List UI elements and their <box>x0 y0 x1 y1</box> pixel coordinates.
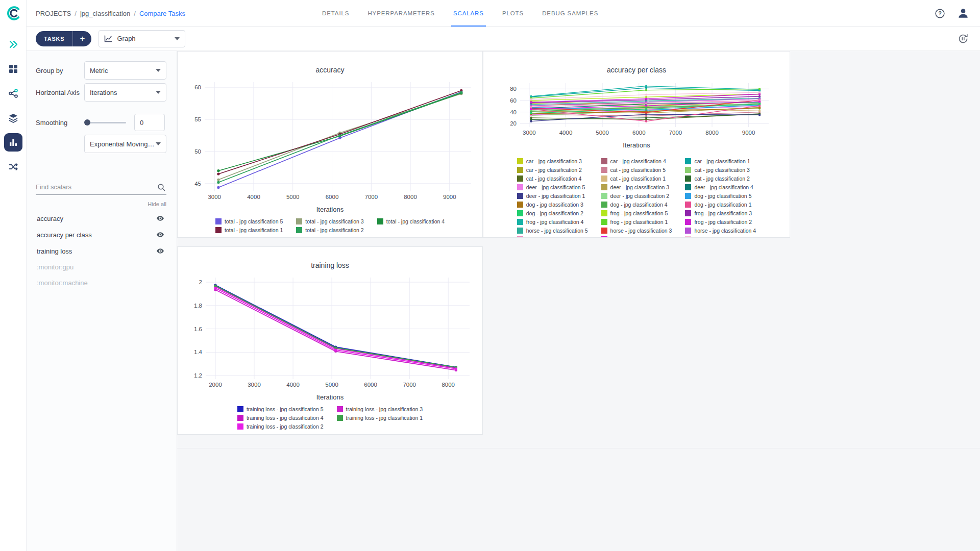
legend-item[interactable]: cat - jpg classification 4 <box>517 176 582 182</box>
sidebar-icon-experiments[interactable] <box>4 133 22 152</box>
legend-item[interactable]: car - jpg classification 2 <box>517 167 582 173</box>
tab-scalars[interactable]: SCALARS <box>451 0 486 27</box>
graph-icon <box>104 35 112 42</box>
legend-item[interactable]: cat - jpg classification 5 <box>601 167 666 173</box>
sidebar-icon-pipelines[interactable] <box>4 84 22 103</box>
legend-item[interactable]: training loss - jpg classification 2 <box>237 423 324 430</box>
chart-title: training loss <box>311 261 349 269</box>
legend-label: deer - jpg classification 5 <box>526 184 585 190</box>
x-axis-label: Iterations <box>623 141 650 149</box>
chart-card-accuracy: accuracy 3000400050006000700080009000455… <box>177 51 483 238</box>
legend-item[interactable]: horse - jpg classification 3 <box>601 228 672 234</box>
legend-item[interactable]: frog - jpg classification 2 <box>685 219 752 225</box>
tab-hyperparameters[interactable]: HYPERPARAMETERS <box>365 0 437 27</box>
legend-item[interactable]: plane - jpg classification 5 <box>685 236 755 238</box>
legend-item[interactable]: car - jpg classification 3 <box>517 158 582 164</box>
scalar-item-monitor-machine[interactable]: :monitor:machine <box>36 275 166 291</box>
legend-item[interactable]: horse - jpg classification 4 <box>685 228 756 234</box>
legend-item[interactable]: deer - jpg classification 1 <box>517 193 585 199</box>
legend-label: car - jpg classification 2 <box>526 167 582 173</box>
breadcrumb-item-1[interactable]: jpg_classification <box>80 10 130 17</box>
legend-item[interactable]: training loss - jpg classification 4 <box>237 415 324 421</box>
legend-item[interactable]: deer - jpg classification 5 <box>517 184 585 190</box>
legend-item[interactable]: total - jpg classification 1 <box>215 227 283 233</box>
breadcrumb-item-0[interactable]: PROJECTS <box>36 10 71 17</box>
scalar-item-training-loss[interactable]: training loss <box>36 243 166 259</box>
legend-item[interactable]: horse - jpg classification 2 <box>601 236 672 238</box>
legend-item[interactable]: dog - jpg classification 1 <box>685 202 751 208</box>
svg-text:7000: 7000 <box>669 130 682 136</box>
svg-text:5000: 5000 <box>325 382 338 388</box>
legend-label: deer - jpg classification 1 <box>526 193 585 199</box>
legend-item[interactable]: horse - jpg classification 5 <box>517 228 588 234</box>
clearml-logo[interactable] <box>5 5 22 24</box>
legend-item[interactable]: training loss - jpg classification 3 <box>337 406 423 412</box>
legend-item[interactable]: deer - jpg classification 2 <box>601 193 670 199</box>
legend-item[interactable]: cat - jpg classification 2 <box>685 176 750 182</box>
chart-card-accuracy-per-class: accuracy per class 300040005000600070008… <box>483 51 790 238</box>
add-task-button[interactable]: + <box>73 31 91 46</box>
legend-item[interactable]: training loss - jpg classification 1 <box>337 415 423 421</box>
legend-swatch <box>237 406 243 412</box>
legend-item[interactable]: car - jpg classification 1 <box>685 158 750 164</box>
accuracy-per-class-plot[interactable]: 300040005000600070008000900020406080 <box>498 80 776 139</box>
legend-item[interactable]: frog - jpg classification 1 <box>601 219 668 225</box>
legend-item[interactable]: cat - jpg classification 3 <box>685 167 750 173</box>
tab-details[interactable]: DETAILS <box>320 0 351 27</box>
tab-debug-samples[interactable]: DEBUG SAMPLES <box>540 0 600 27</box>
header-tabs: DETAILSHYPERPARAMETERSSCALARSPLOTSDEBUG … <box>320 0 600 27</box>
horizontal-axis-select[interactable]: Iterations <box>84 83 166 102</box>
tasks-button[interactable]: TASKS + <box>36 31 91 46</box>
user-avatar[interactable] <box>957 7 970 20</box>
legend-item[interactable]: dog - jpg classification 4 <box>601 202 668 208</box>
sidebar-icon-workers[interactable] <box>4 158 22 176</box>
svg-text:1.8: 1.8 <box>194 303 202 309</box>
legend-item[interactable]: dog - jpg classification 5 <box>685 193 751 199</box>
group-by-select[interactable]: Metric <box>84 61 166 80</box>
sidebar-icon-projects[interactable] <box>4 60 22 78</box>
hide-all-link[interactable]: Hide all <box>36 201 166 207</box>
legend-item[interactable]: frog - jpg classification 3 <box>685 210 752 216</box>
legend-swatch <box>685 202 691 208</box>
legend-item[interactable]: frog - jpg classification 5 <box>601 210 668 216</box>
smoothing-value-input[interactable] <box>134 114 165 131</box>
legend-item[interactable]: frog - jpg classification 4 <box>517 219 584 225</box>
scalar-item-accuracy-per-class[interactable]: accuracy per class <box>36 227 166 243</box>
legend-swatch <box>685 228 691 234</box>
legend-label: training loss - jpg classification 2 <box>247 423 324 430</box>
find-scalars-input[interactable] <box>36 180 166 195</box>
svg-text:2: 2 <box>199 279 202 285</box>
legend-item[interactable]: total - jpg classification 3 <box>296 218 363 224</box>
smoothing-method-select[interactable]: Exponential Moving Av... <box>84 135 166 153</box>
legend-label: horse - jpg classification 2 <box>610 236 672 238</box>
legend-item[interactable]: dog - jpg classification 3 <box>517 202 583 208</box>
accuracy-plot[interactable]: 300040005000600070008000900045505560 <box>182 79 478 204</box>
view-mode-select[interactable]: Graph <box>99 30 185 47</box>
scalar-item-monitor-gpu[interactable]: :monitor:gpu <box>36 259 166 275</box>
training-loss-plot[interactable]: 20003000400050006000700080001.21.41.61.8… <box>183 274 477 391</box>
legend-item[interactable]: horse - jpg classification 1 <box>517 236 588 238</box>
legend-item[interactable]: deer - jpg classification 4 <box>685 184 753 190</box>
sidebar-icon-datasets[interactable] <box>4 109 22 127</box>
legend-item[interactable]: car - jpg classification 4 <box>601 158 666 164</box>
eye-icon[interactable] <box>156 214 164 222</box>
legend-item[interactable]: total - jpg classification 4 <box>377 218 445 224</box>
scalar-item-accuracy[interactable]: accuracy <box>36 210 166 227</box>
eye-icon[interactable] <box>156 247 164 255</box>
auto-refresh-toggle[interactable] <box>958 33 969 44</box>
svg-text:3000: 3000 <box>248 382 261 388</box>
search-icon[interactable] <box>157 183 165 193</box>
slider-thumb[interactable] <box>84 119 90 126</box>
help-icon[interactable]: ? <box>935 8 945 19</box>
eye-icon[interactable] <box>156 231 164 239</box>
legend-item[interactable]: cat - jpg classification 1 <box>601 176 666 182</box>
sidebar-icon-dashboard[interactable] <box>4 35 22 54</box>
legend-item[interactable]: total - jpg classification 2 <box>296 227 363 233</box>
legend-item[interactable]: deer - jpg classification 3 <box>601 184 670 190</box>
legend-item[interactable]: training loss - jpg classification 5 <box>237 406 324 412</box>
svg-text:80: 80 <box>510 86 517 92</box>
smoothing-slider[interactable] <box>84 119 126 126</box>
tab-plots[interactable]: PLOTS <box>500 0 526 27</box>
legend-item[interactable]: total - jpg classification 5 <box>215 218 283 224</box>
legend-item[interactable]: dog - jpg classification 2 <box>517 210 583 216</box>
